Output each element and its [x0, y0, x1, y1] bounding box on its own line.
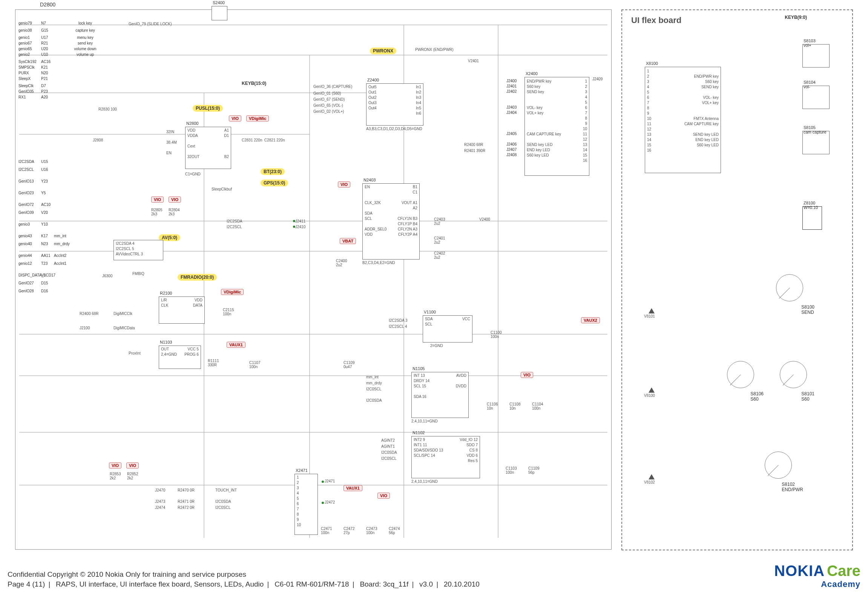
x8100-connector: X8100 1 2 3 4 5 6 7 8 9 10 11 12 13 14 1… [645, 67, 721, 173]
vio-tag-5: VIO [109, 462, 121, 469]
vaux1-tag-1: VAUX1 [227, 342, 245, 348]
page-info-line: Page 4 (11) | RAPS, UI interface, UI int… [8, 579, 481, 589]
vio-tag-1: VIO [229, 115, 241, 121]
confidential-line: Confidential Copyright © 2010 Nokia Only… [8, 570, 481, 579]
z2400-block: Z2400 Out5 Out1 Out2 Out3 Out4 In1 In2 I… [366, 83, 423, 126]
n2800-block: N2800 VDD VDDA Cext 32OUT A1 D1 B2 [185, 127, 231, 169]
gps-bus-arrow: GPS(15:0) [261, 180, 288, 186]
n2403-block: N2403 EN CLK_32K SDASCL ADDR_SEL0 VDD B1… [362, 183, 420, 260]
n1103-block: N1103 OUT 2,4=GND VCC 5 PROG 6 [159, 346, 201, 369]
vio-tag-7: VIO [377, 493, 390, 499]
s8105-switch: S8105cam capture [802, 131, 830, 154]
fm-bus-arrow: FMRADIO(20:0) [178, 274, 217, 281]
vio-tag-6: VIO [126, 462, 139, 469]
vdigimic-tag-1: VDigiMic [246, 115, 269, 121]
z8100-block: Z8100W=0.10 [802, 206, 822, 230]
page-footer: Confidential Copyright © 2010 Nokia Only… [8, 562, 860, 589]
s8103-switch: S8103vol+ [802, 44, 830, 68]
left-signal-column: genio79N7lock key genio38G15capture key … [18, 21, 117, 293]
ui-flex-board-panel: UI flex board KEYB(9:0) X8100 1 2 3 4 5 … [621, 9, 853, 550]
r2100-block: R2100 L/R CLK VDD DATA [159, 296, 205, 324]
slide-lock-net: GenIO_79 (SLIDE LOCK) [129, 22, 172, 26]
vbat-tag: VBAT [340, 238, 356, 244]
vaux2-tag: VAUX2 [581, 317, 600, 323]
s8101-key [780, 361, 807, 388]
av-expand: I2C2SDA 4 I2C2SCL 5 AVVideoCTRL 3 [113, 240, 163, 260]
vdigimic-tag-2: VDigiMic [221, 289, 244, 295]
pwronx-arrow: PWRONX [370, 48, 396, 54]
bt-bus-arrow: BT(23:0) [261, 168, 285, 175]
vio-tag-3: VIO [169, 197, 181, 203]
s2400-switch: S2400 [212, 6, 227, 20]
x2471-connector: X2471 1 2 3 4 5 6 7 8 9 10 [294, 474, 318, 535]
vio-tag-2: VIO [151, 197, 164, 203]
s8104-switch: S8104vol- [802, 86, 830, 109]
pusl-bus-arrow: PUSL(15:0) [193, 105, 223, 112]
s8100-key [776, 274, 803, 301]
flex-title: UI flex board [631, 15, 681, 25]
vaux1-tag-2: VAUX1 [344, 485, 362, 491]
x2400-connector: X2400 END/PWR key S60 key SEND key VOL- … [524, 77, 589, 176]
main-ic-title: D2800 [40, 2, 55, 8]
s8106-key [727, 361, 754, 388]
n1102-block: N1102 INT2 9 INT1 11 SDA/SDI/SDO 13 SCL/… [411, 436, 480, 478]
n1105-block: N1105 INT 13 DRDY 14 SCL 15 SDA 16 AVDD … [411, 372, 469, 418]
s8102-key [765, 452, 792, 479]
v1100-block: V1100 SDA SCL VCC [423, 315, 472, 343]
v8102-led [649, 474, 655, 479]
vio-tag-4: VIO [521, 372, 533, 378]
main-schematic-panel: D2800 genio79N7lock key g [15, 9, 612, 550]
keyb-bus-label: KEYB(15:0) [242, 81, 266, 86]
v8101-led [649, 308, 655, 313]
nokia-care-logo: NOKIACare Academy [774, 562, 860, 589]
v8100-led [649, 387, 655, 393]
keyb9-bus-label: KEYB(9:0) [785, 15, 807, 20]
